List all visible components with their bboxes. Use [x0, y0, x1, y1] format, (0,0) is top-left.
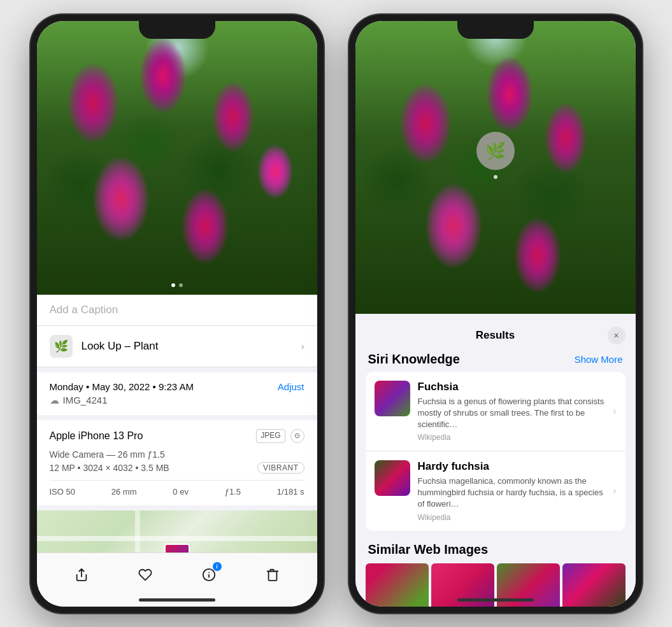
fuchsia-thumbnail [375, 381, 410, 416]
fuchsia-text: Fuchsia Fuchsia is a genus of flowering … [418, 381, 606, 442]
exif-ev: 0 ev [173, 487, 189, 497]
filename: IMG_4241 [63, 395, 108, 405]
photo-date: Monday • May 30, 2022 • 9:23 AM [50, 381, 194, 392]
favorite-button[interactable] [131, 561, 159, 589]
siri-circle: 🌿 [476, 132, 515, 170]
info-badge: i [213, 562, 222, 571]
results-panel: Results × Siri Knowledge Show More [355, 314, 636, 607]
close-button[interactable]: × [608, 327, 626, 344]
caption-placeholder: Add a Caption [50, 304, 118, 316]
settings-icon: ⊙ [290, 429, 304, 443]
device-section: Apple iPhone 13 Pro JPEG ⊙ Wide Camera —… [37, 420, 317, 505]
similar-title: Similar Web Images [366, 539, 626, 563]
knowledge-item-hardy[interactable]: Hardy fuchsia Fuchsia magellanica, commo… [366, 451, 626, 531]
lookup-chevron: › [301, 341, 304, 351]
fuchsia-chevron: › [613, 405, 616, 417]
hardy-desc: Fuchsia magellanica, commonly known as t… [418, 476, 606, 511]
home-indicator [139, 598, 215, 602]
device-name: Apple iPhone 13 Pro [50, 430, 143, 442]
meta-section: Monday • May 30, 2022 • 9:23 AM Adjust ☁… [37, 372, 317, 415]
home-indicator-2 [457, 598, 534, 602]
similar-web-section: Similar Web Images [366, 539, 626, 607]
lookup-icon: 🌿 [50, 335, 73, 358]
exif-aperture: ƒ1.5 [225, 487, 241, 497]
notch-2 [457, 21, 534, 39]
photo-view-2: 🌿 [355, 21, 636, 314]
leaf-icon: 🌿 [485, 141, 506, 161]
share-button[interactable] [68, 561, 96, 589]
knowledge-item-fuchsia[interactable]: Fuchsia Fuchsia is a genus of flowering … [366, 372, 626, 451]
camera-specs: Wide Camera — 26 mm ƒ1.5 [50, 449, 304, 460]
vibrant-badge: VIBRANT [257, 462, 304, 474]
siri-overlay: 🌿 [476, 132, 515, 179]
phone-2: 🌿 Results × [349, 15, 642, 613]
caption-area[interactable]: Add a Caption [37, 295, 317, 326]
exif-row: ISO 50 26 mm 0 ev ƒ1.5 1/181 s [50, 480, 304, 497]
similar-image-1[interactable] [366, 563, 429, 607]
hardy-chevron: › [613, 485, 616, 497]
siri-knowledge-header: Siri Knowledge Show More [366, 348, 626, 372]
results-header: Results × [355, 320, 636, 348]
fuchsia-name: Fuchsia [418, 381, 606, 393]
siri-knowledge-section: Siri Knowledge Show More Fuchsia Fuchsia… [366, 348, 626, 531]
format-badge: JPEG [256, 429, 285, 443]
map-section[interactable] [37, 511, 317, 553]
siri-knowledge-title: Siri Knowledge [368, 352, 460, 367]
lookup-label: Look Up – Plant [82, 340, 159, 353]
hardy-source: Wikipedia [418, 513, 606, 522]
hardy-thumbnail [375, 460, 410, 496]
knowledge-card: Fuchsia Fuchsia is a genus of flowering … [366, 372, 626, 531]
cloud-icon: ☁ [50, 395, 59, 406]
hardy-text: Hardy fuchsia Fuchsia magellanica, commo… [418, 460, 606, 522]
exif-iso: ISO 50 [50, 487, 75, 497]
lookup-row[interactable]: 🌿 Look Up – Plant › [37, 326, 317, 367]
info-button[interactable]: i [195, 561, 223, 589]
fuchsia-desc: Fuchsia is a genus of flowering plants t… [418, 396, 606, 431]
photo-info-panel: Add a Caption 🌿 Look Up – Plant › [37, 295, 317, 553]
adjust-button[interactable]: Adjust [278, 381, 304, 392]
delete-button[interactable] [259, 561, 287, 589]
notch [139, 21, 215, 39]
fuchsia-source: Wikipedia [418, 433, 606, 442]
exif-shutter: 1/181 s [277, 487, 304, 497]
siri-dot [494, 175, 497, 179]
exif-focal: 26 mm [111, 487, 137, 497]
similar-image-4[interactable] [562, 563, 626, 607]
hardy-name: Hardy fuchsia [418, 460, 606, 473]
show-more-button[interactable]: Show More [575, 354, 623, 365]
mp-specs: 12 MP • 3024 × 4032 • 3.5 MB [50, 463, 169, 473]
photo-view[interactable] [37, 21, 317, 295]
phone-1: Add a Caption 🌿 Look Up – Plant › [31, 15, 324, 613]
results-title: Results [476, 329, 515, 342]
